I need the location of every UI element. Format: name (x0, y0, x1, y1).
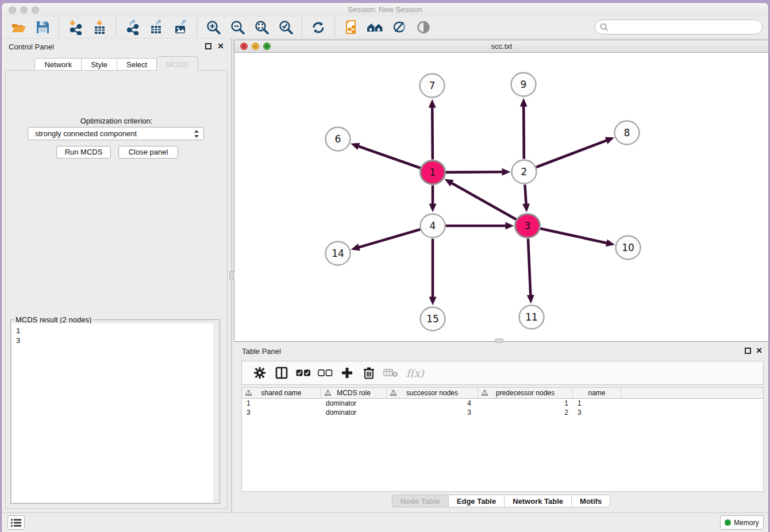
first-neighbors-button[interactable] (367, 19, 384, 36)
table-header-row: shared name MCDS role successor nodes pr… (242, 388, 763, 399)
close-panel-icon[interactable]: ✕ (217, 41, 224, 51)
tab-network[interactable]: Network (34, 58, 81, 71)
run-mcds-button[interactable]: Run MCDS (56, 146, 111, 159)
toolbar-separator (334, 18, 335, 37)
show-graphics-details-button[interactable] (415, 19, 432, 36)
tab-select[interactable]: Select (117, 58, 156, 71)
network-file-icon (344, 20, 359, 35)
column-header-shared-name[interactable]: shared name (242, 388, 321, 398)
graph-node-10[interactable]: 10 (616, 236, 641, 260)
column-header-name[interactable]: name (573, 388, 621, 398)
graph-node-3[interactable]: 3 (515, 214, 540, 238)
cell-predecessor-nodes[interactable]: 2 (478, 408, 573, 417)
cell-predecessor-nodes[interactable]: 1 (478, 399, 573, 408)
cell-mcds-role[interactable]: dominator (321, 399, 387, 408)
cell-shared-name[interactable]: 1 (242, 399, 321, 408)
tab-mcds[interactable]: MCDS (156, 56, 198, 71)
graph-node-1[interactable]: 1 (421, 161, 445, 184)
graph-node-8[interactable]: 8 (615, 121, 640, 145)
float-panel-icon[interactable] (205, 43, 211, 49)
result-scrollbar[interactable] (213, 323, 218, 502)
graph-node-label: 2 (521, 166, 528, 178)
memory-button[interactable]: Memory (720, 515, 764, 530)
tab-network-table[interactable]: Network Table (504, 495, 571, 507)
close-panel-icon[interactable]: ✕ (756, 346, 763, 355)
cell-shared-name[interactable]: 3 (242, 408, 321, 417)
network-window-titlebar[interactable]: × − + scc.txt (234, 40, 769, 53)
tab-edge-table[interactable]: Edge Table (448, 495, 504, 507)
graph-edge-arrowhead (429, 204, 437, 213)
node-table: shared name MCDS role successor nodes pr… (241, 387, 764, 492)
tab-motifs[interactable]: Motifs (571, 495, 610, 507)
graph-edge-1-7[interactable] (432, 106, 433, 159)
column-header-successor-nodes[interactable]: successor nodes (387, 388, 478, 398)
zoom-out-button[interactable] (229, 19, 246, 36)
close-panel-button[interactable]: Close panel (118, 146, 178, 159)
graph-node-15[interactable]: 15 (421, 307, 445, 331)
graph-edge-4-14[interactable] (357, 229, 420, 248)
deselect-all-rows-button[interactable] (315, 364, 335, 381)
search-input[interactable] (611, 21, 757, 33)
graph-edge-2-8[interactable] (536, 140, 608, 167)
cell-successor-nodes[interactable]: 3 (387, 408, 478, 417)
export-image-button[interactable] (172, 19, 189, 36)
graph-edge-3-11[interactable] (528, 238, 530, 296)
application-window: Session: New Session (1, 2, 769, 532)
delete-column-button[interactable] (359, 364, 379, 381)
horizontal-splitter-grip[interactable] (495, 338, 503, 343)
new-network-from-selection-button[interactable] (342, 19, 360, 36)
table-options-button[interactable] (250, 364, 270, 381)
table-row[interactable]: 3 dominator 3 2 3 (242, 408, 763, 417)
tab-node-table[interactable]: Node Table (392, 495, 448, 507)
save-session-button[interactable] (34, 19, 51, 36)
export-network-button[interactable] (124, 19, 141, 36)
select-all-rows-button[interactable] (294, 364, 313, 381)
graph-edge-3-1[interactable] (451, 182, 516, 219)
open-session-button[interactable] (10, 19, 27, 36)
column-header-predecessor-nodes[interactable]: predecessor nodes (478, 388, 573, 398)
function-builder-button[interactable]: f(x) (406, 367, 424, 379)
network-canvas[interactable]: 7968124314101511 (234, 53, 769, 341)
show-task-history-button[interactable] (7, 515, 25, 530)
cell-mcds-role[interactable]: dominator (321, 408, 387, 417)
graph-node-14[interactable]: 14 (326, 242, 351, 265)
column-header-mcds-role[interactable]: MCDS role (321, 388, 387, 398)
add-column-button[interactable] (337, 364, 357, 381)
delete-table-button[interactable] (381, 364, 401, 381)
criterion-value: strongly connected component (35, 129, 137, 138)
graph-node-4[interactable]: 4 (421, 214, 445, 238)
table-row[interactable]: 1 dominator 4 1 1 (242, 399, 763, 408)
list-icon (11, 519, 21, 527)
vertical-splitter-grip[interactable] (229, 271, 234, 280)
tab-style[interactable]: Style (81, 58, 117, 71)
graph-edge-2-9[interactable] (523, 105, 524, 159)
mcds-result-textarea[interactable]: 1 3 (12, 323, 218, 502)
criterion-dropdown[interactable]: strongly connected component (28, 127, 204, 140)
import-table-button[interactable] (91, 19, 108, 36)
graph-edge-1-2[interactable] (445, 172, 503, 172)
graph-node-9[interactable]: 9 (511, 73, 536, 97)
graph-node-label: 4 (430, 220, 436, 232)
graph-edge-3-10[interactable] (540, 229, 608, 244)
graph-node-6[interactable]: 6 (326, 128, 351, 151)
apply-layout-button[interactable] (310, 19, 327, 36)
graph-node-7[interactable]: 7 (420, 74, 445, 98)
import-network-button[interactable] (67, 19, 84, 36)
graph-node-2[interactable]: 2 (512, 160, 537, 184)
control-panel-tabs: Network Style Select MCDS (2, 58, 231, 71)
cell-name[interactable]: 3 (573, 408, 621, 417)
export-table-button[interactable] (148, 19, 165, 36)
zoom-selected-button[interactable] (277, 19, 294, 36)
cell-name[interactable]: 1 (573, 399, 621, 408)
hide-graphics-details-button[interactable] (391, 19, 408, 36)
graph-edge-arrowhead (502, 168, 510, 176)
graph-node-11[interactable]: 11 (519, 306, 544, 329)
show-column-button[interactable] (272, 364, 291, 381)
zoom-fit-button[interactable] (253, 19, 270, 36)
graph-edge-1-6[interactable] (357, 146, 420, 168)
zoom-in-button[interactable] (205, 19, 222, 36)
result-line: 1 (16, 326, 218, 336)
graph-edge-2-3[interactable] (525, 184, 526, 205)
float-panel-icon[interactable] (745, 348, 751, 354)
cell-successor-nodes[interactable]: 4 (387, 399, 478, 408)
